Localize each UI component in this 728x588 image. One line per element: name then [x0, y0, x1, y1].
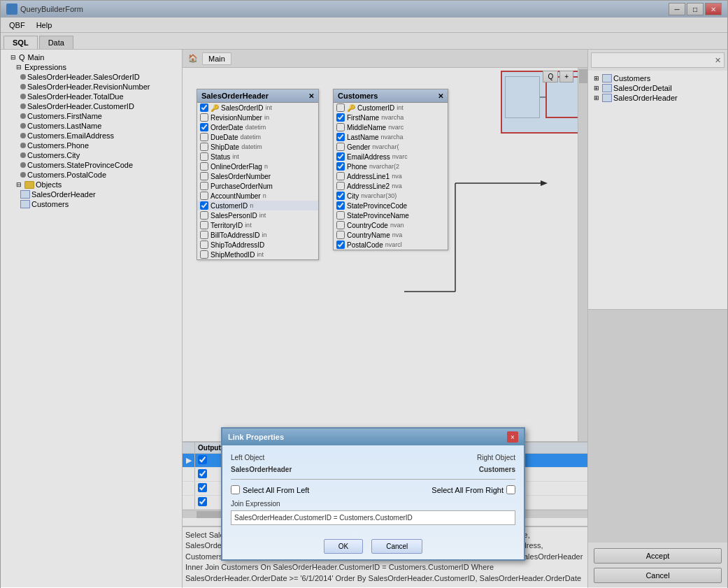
- dialog-object-labels: Left Object Right Object: [231, 454, 515, 461]
- dialog-footer: OK Cancel: [222, 533, 524, 559]
- dialog-close-button[interactable]: ×: [507, 431, 518, 443]
- left-object-label: Left Object: [231, 454, 264, 461]
- dialog-title-text: Link Properties: [228, 433, 284, 441]
- dialog-overlay: Link Properties × Left Object Right Obje…: [1, 1, 727, 587]
- right-object-label: Right Object: [477, 454, 515, 461]
- dialog-cancel-button[interactable]: Cancel: [371, 539, 422, 554]
- select-all-right-item[interactable]: Select All From Right: [431, 485, 515, 494]
- dialog-title-bar: Link Properties ×: [222, 429, 524, 445]
- dialog-body: Left Object Right Object SalesOrderHeade…: [222, 445, 524, 533]
- join-expression-label: Join Expression: [231, 500, 515, 508]
- join-expression-input[interactable]: [231, 510, 515, 525]
- main-window: QueryBuilderForm ─ □ ✕ QBF Help SQL Data…: [0, 0, 728, 588]
- dialog-separator-1: [231, 479, 515, 480]
- cb-select-all-left[interactable]: [231, 485, 240, 494]
- cb-select-all-right[interactable]: [506, 485, 515, 494]
- select-all-left-item[interactable]: Select All From Left: [231, 485, 309, 494]
- select-all-right-label: Select All From Right: [431, 486, 504, 494]
- right-object-value: Customers: [479, 466, 515, 473]
- dialog-ok-button[interactable]: OK: [324, 539, 363, 554]
- dialog-object-values: SalesOrderHeader Customers: [231, 466, 515, 473]
- select-all-left-label: Select All From Left: [243, 486, 309, 494]
- left-object-value: SalesOrderHeader: [231, 466, 292, 473]
- link-properties-dialog: Link Properties × Left Object Right Obje…: [221, 427, 525, 561]
- dialog-checkbox-row: Select All From Left Select All From Rig…: [231, 485, 515, 494]
